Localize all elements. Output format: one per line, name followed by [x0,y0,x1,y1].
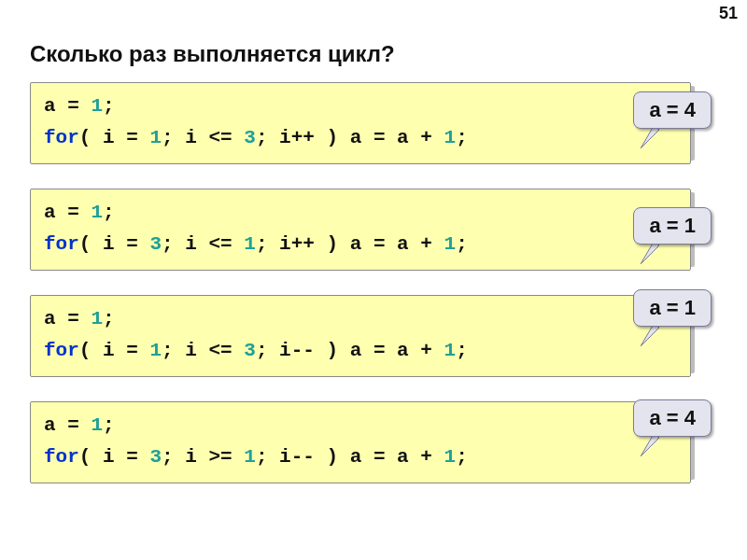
example-2: a = 1; for( i = 3; i <= 1; i++ ) a = a +… [30,189,706,271]
code-box-3: a = 1; for( i = 1; i <= 3; i-- ) a = a +… [30,295,691,377]
page-number: 51 [719,4,738,23]
code-line-3a: a = 1; [44,308,115,329]
slide-title: Сколько раз выполняется цикл? [30,41,395,67]
answer-callout-1: a = 4 [633,91,712,129]
code-box-1: a = 1; for( i = 1; i <= 3; i++ ) a = a +… [30,82,691,164]
code-line-3b: for( i = 1; i <= 3; i-- ) a = a + 1; [44,340,468,361]
code-box-4: a = 1; for( i = 3; i >= 1; i-- ) a = a +… [30,401,691,483]
code-line-2a: a = 1; [44,202,115,223]
example-1: a = 1; for( i = 1; i <= 3; i++ ) a = a +… [30,82,706,164]
answer-callout-3: a = 1 [633,289,712,327]
code-line-1a: a = 1; [44,95,115,117]
code-line-2b: for( i = 3; i <= 1; i++ ) a = a + 1; [44,233,468,255]
code-line-1b: for( i = 1; i <= 3; i++ ) a = a + 1; [44,127,468,148]
code-line-4b: for( i = 3; i >= 1; i-- ) a = a + 1; [44,446,468,468]
example-3: a = 1; for( i = 1; i <= 3; i-- ) a = a +… [30,295,706,377]
answer-callout-4: a = 4 [633,399,712,437]
example-4: a = 1; for( i = 3; i >= 1; i-- ) a = a +… [30,401,706,483]
code-line-4a: a = 1; [44,414,115,436]
code-box-2: a = 1; for( i = 3; i <= 1; i++ ) a = a +… [30,189,691,271]
answer-callout-2: a = 1 [633,207,712,245]
code-examples: a = 1; for( i = 1; i <= 3; i++ ) a = a +… [30,82,706,508]
